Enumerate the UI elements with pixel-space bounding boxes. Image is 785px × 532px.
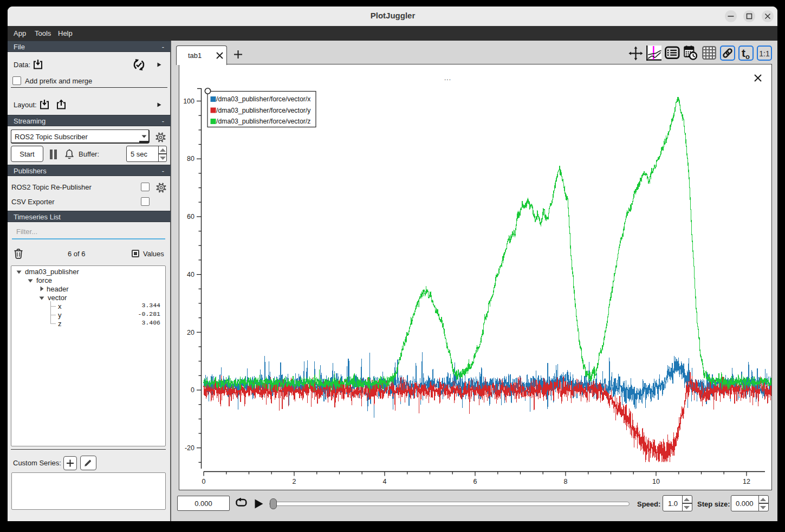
svg-text:/dma03_publisher/force/vector/: /dma03_publisher/force/vector/z [216, 118, 310, 125]
svg-text:2: 2 [293, 478, 296, 485]
svg-text:12: 12 [743, 478, 750, 485]
svg-text:0: 0 [202, 478, 206, 485]
svg-text:/dma03_publisher/force/vector/: /dma03_publisher/force/vector/y [216, 107, 311, 114]
svg-text:10: 10 [652, 478, 660, 485]
svg-text:0: 0 [191, 386, 194, 394]
svg-text:100: 100 [183, 98, 194, 105]
svg-text:-20: -20 [185, 444, 194, 452]
svg-text:80: 80 [187, 155, 194, 163]
svg-text:20: 20 [187, 329, 194, 336]
svg-text:40: 40 [187, 271, 194, 278]
svg-text:4: 4 [383, 478, 387, 485]
svg-text:8: 8 [564, 478, 568, 485]
svg-text:/dma03_publisher/force/vector/: /dma03_publisher/force/vector/x [216, 95, 310, 103]
svg-text:60: 60 [187, 213, 194, 220]
svg-text:6: 6 [473, 478, 477, 485]
